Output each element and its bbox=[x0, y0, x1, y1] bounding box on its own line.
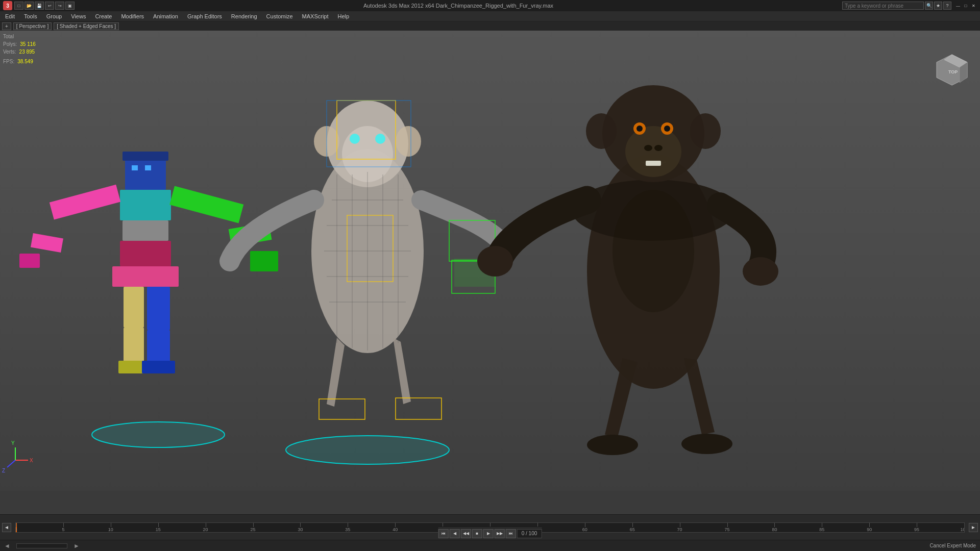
svg-point-58 bbox=[654, 145, 663, 151]
status-left: ◄ ► bbox=[4, 542, 80, 549]
next-frame-button[interactable]: ▶▶ bbox=[495, 529, 505, 538]
go-to-start-button[interactable]: ⏮ bbox=[438, 529, 449, 538]
window-controls: — □ ✕ bbox=[954, 2, 977, 9]
minimize-button[interactable]: — bbox=[954, 2, 962, 9]
new-button[interactable]: □ bbox=[14, 2, 23, 10]
bookmark-button[interactable]: ★ bbox=[934, 2, 942, 10]
viewport-container[interactable]: X Y Z + [ Perspective ] [ Shaded + Edged… bbox=[0, 21, 980, 491]
svg-rect-17 bbox=[124, 328, 144, 363]
help-button[interactable]: ? bbox=[943, 2, 951, 10]
svg-rect-15 bbox=[250, 251, 278, 271]
svg-rect-5 bbox=[122, 152, 168, 161]
nav-left-button[interactable]: ◄ bbox=[2, 523, 11, 532]
menubar: Edit Tools Group Views Create Modifiers … bbox=[0, 11, 980, 21]
svg-rect-11 bbox=[31, 233, 63, 253]
status-bar: ◄ ► Cancel Expert Mode bbox=[0, 540, 980, 551]
polys-label: Polys: bbox=[3, 40, 17, 48]
prev-frame-button[interactable]: ◀ bbox=[450, 529, 460, 538]
svg-rect-7 bbox=[122, 220, 168, 241]
svg-point-52 bbox=[690, 113, 721, 149]
stats-panel: Total Polys: 35 116 Verts: 23 895 FPS: 3… bbox=[3, 33, 36, 65]
svg-point-50 bbox=[625, 126, 681, 177]
verts-value: 23 895 bbox=[19, 48, 35, 56]
timeline-scroll-left[interactable]: ◄ bbox=[4, 542, 10, 549]
main-layout: 3 □ 📂 💾 ↩ ↪ ▣ Autodesk 3ds Max 2012 x64 … bbox=[0, 0, 980, 551]
svg-point-57 bbox=[644, 145, 652, 151]
svg-rect-13 bbox=[169, 186, 243, 223]
svg-point-56 bbox=[664, 126, 670, 132]
svg-rect-33 bbox=[396, 398, 442, 419]
undo-button[interactable]: ↩ bbox=[45, 2, 54, 10]
svg-point-1 bbox=[286, 436, 449, 464]
titlebar: 3 □ 📂 💾 ↩ ↪ ▣ Autodesk 3ds Max 2012 x64 … bbox=[0, 0, 980, 11]
save-button[interactable]: 💾 bbox=[35, 2, 44, 10]
scene-svg: X Y Z bbox=[0, 21, 980, 491]
svg-point-51 bbox=[586, 113, 617, 149]
mini-timeline[interactable] bbox=[16, 543, 67, 548]
viewport-perspective-label[interactable]: [ Perspective ] bbox=[13, 22, 52, 30]
svg-rect-12 bbox=[19, 254, 40, 268]
playback-controls: ⏮ ◀ ◀◀ ■ ▶ ▶▶ ⏭ 0 / 100 bbox=[438, 527, 542, 540]
go-to-end-button[interactable]: ⏭ bbox=[506, 529, 516, 538]
svg-rect-59 bbox=[646, 161, 661, 166]
menu-graph-editors[interactable]: Graph Editors bbox=[183, 11, 226, 21]
svg-point-28 bbox=[396, 126, 421, 157]
play-back-button[interactable]: ◀◀ bbox=[461, 529, 471, 538]
menu-tools[interactable]: Tools bbox=[20, 11, 41, 21]
svg-point-55 bbox=[636, 126, 643, 132]
close-button[interactable]: ✕ bbox=[970, 2, 977, 9]
maximize-button[interactable]: □ bbox=[962, 2, 969, 9]
menu-create[interactable]: Create bbox=[91, 11, 116, 21]
svg-point-26 bbox=[375, 134, 385, 144]
titlebar-toolbar: □ 📂 💾 ↩ ↪ ▣ bbox=[14, 2, 75, 10]
svg-point-63 bbox=[681, 434, 732, 454]
viewport-plus-button[interactable]: + bbox=[2, 22, 11, 30]
titlebar-left: 3 □ 📂 💾 ↩ ↪ ▣ bbox=[3, 1, 75, 10]
viewport-shading-label[interactable]: [ Shaded + Edged Faces ] bbox=[54, 22, 119, 30]
stop-button[interactable]: ■ bbox=[472, 529, 482, 538]
svg-text:Z: Z bbox=[2, 468, 5, 473]
menu-edit[interactable]: Edit bbox=[1, 11, 19, 21]
search-button[interactable]: 🔍 bbox=[925, 2, 933, 10]
menu-views[interactable]: Views bbox=[67, 11, 90, 21]
render-button[interactable]: ▣ bbox=[65, 2, 75, 10]
menu-group[interactable]: Group bbox=[42, 11, 66, 21]
menu-customize[interactable]: Customize bbox=[262, 11, 297, 21]
svg-rect-20 bbox=[147, 330, 170, 363]
viewport-cube[interactable]: TOP bbox=[934, 52, 970, 88]
open-button[interactable]: 📂 bbox=[24, 2, 34, 10]
svg-point-0 bbox=[92, 422, 225, 447]
keyword-search-input[interactable] bbox=[842, 2, 924, 10]
svg-rect-32 bbox=[319, 399, 365, 419]
svg-rect-3 bbox=[132, 165, 138, 170]
menu-modifiers[interactable]: Modifiers bbox=[117, 11, 148, 21]
time-display: 0 / 100 bbox=[517, 529, 542, 538]
svg-text:Y: Y bbox=[11, 440, 15, 446]
play-forward-button[interactable]: ▶ bbox=[483, 529, 494, 538]
cancel-expert-mode-button[interactable]: Cancel Expert Mode bbox=[929, 543, 976, 548]
svg-line-69 bbox=[7, 460, 15, 467]
titlebar-search: 🔍 ★ ? — □ ✕ bbox=[842, 2, 977, 10]
app-icon: 3 bbox=[3, 1, 12, 10]
svg-point-64 bbox=[612, 190, 694, 312]
redo-button[interactable]: ↪ bbox=[55, 2, 64, 10]
svg-rect-19 bbox=[147, 287, 170, 330]
svg-text:X: X bbox=[30, 458, 33, 463]
menu-rendering[interactable]: Rendering bbox=[227, 11, 261, 21]
menu-help[interactable]: Help bbox=[334, 11, 354, 21]
menu-maxscript[interactable]: MAXScript bbox=[298, 11, 333, 21]
menu-animation[interactable]: Animation bbox=[149, 11, 182, 21]
svg-point-25 bbox=[350, 134, 360, 144]
svg-point-61 bbox=[743, 257, 778, 286]
svg-point-60 bbox=[477, 246, 513, 277]
polys-value: 35 116 bbox=[20, 40, 36, 48]
timeline-scroll-right[interactable]: ► bbox=[74, 542, 80, 549]
svg-point-62 bbox=[587, 435, 638, 455]
svg-rect-21 bbox=[142, 361, 175, 373]
svg-rect-2 bbox=[125, 157, 166, 190]
svg-text:TOP: TOP bbox=[948, 69, 958, 74]
svg-rect-4 bbox=[145, 165, 151, 170]
viewport-label-bar: + [ Perspective ] [ Shaded + Edged Faces… bbox=[0, 21, 980, 31]
nav-right-button[interactable]: ► bbox=[969, 523, 978, 532]
total-label: Total bbox=[3, 33, 14, 40]
